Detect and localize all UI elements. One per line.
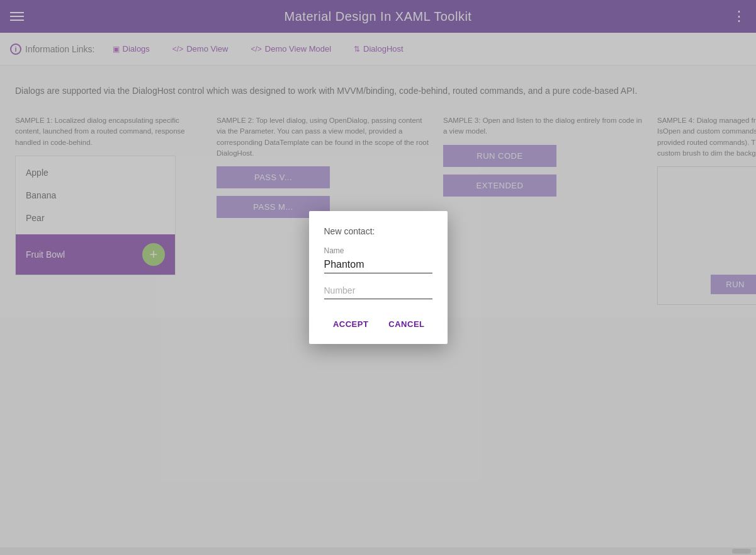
dialog-title: New contact: [324,226,432,236]
number-input[interactable] [324,283,432,299]
new-contact-dialog: New contact: Name ACCEPT CANCEL [309,211,448,344]
dialog-actions: ACCEPT CANCEL [324,309,432,334]
accept-button[interactable]: ACCEPT [325,314,376,334]
name-input[interactable] [324,258,432,273]
name-label: Name [324,246,432,255]
name-field-group: Name [324,246,432,273]
cancel-button[interactable]: CANCEL [381,314,432,334]
dialog-overlay: New contact: Name ACCEPT CANCEL [0,0,756,555]
number-field-group [324,283,432,299]
